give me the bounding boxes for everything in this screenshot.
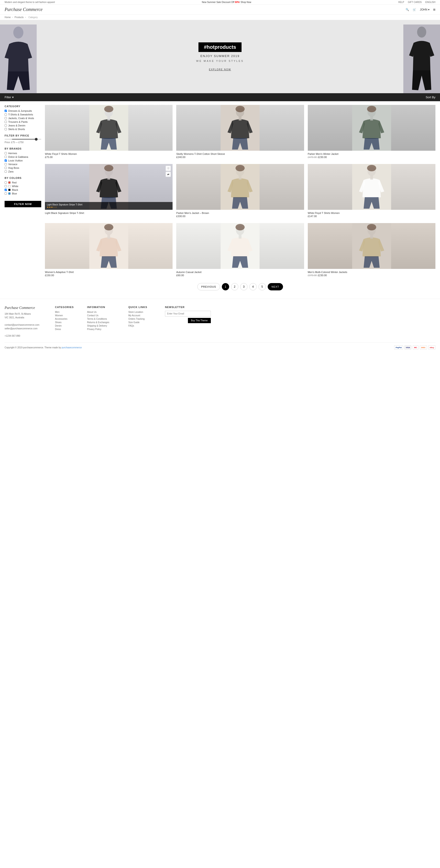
filter-button[interactable]: Filter ▾ (5, 95, 14, 99)
product-card[interactable]: White Floyd T Shirts Women £75.00 (45, 105, 173, 160)
brands-filter: BY BRANDS Hermes Dolce & Gabbana Louis V… (5, 147, 41, 173)
sidebar-category-item[interactable]: T-Shirts & Sweatshirts (5, 113, 41, 116)
footer-category-link[interactable]: Dress (55, 328, 83, 331)
product-info: White Floyd T Shirts Women £75.00 (45, 151, 173, 160)
footer-info-link[interactable]: Contact Us (87, 314, 124, 317)
page-number-button[interactable]: 2 (231, 283, 238, 290)
top-bar-left: Modern and elegant theme to sell fashion… (5, 1, 55, 3)
product-price: £240.00 (176, 156, 304, 158)
footer-info-link[interactable]: About Us (87, 311, 124, 313)
product-price: £370.00£230.00 (308, 274, 435, 277)
ebay-icon: eBay (428, 345, 435, 349)
sidebar-category-item[interactable]: Dresses & Jumpsuits (5, 110, 41, 112)
gift-cards-link[interactable]: GIFT CARDS (408, 1, 422, 3)
product-image (176, 105, 304, 151)
svg-rect-33 (239, 235, 241, 239)
product-price: £75.00 (45, 156, 173, 158)
product-image (308, 105, 435, 151)
footer-category-link[interactable]: Shoes (55, 321, 83, 323)
svg-point-8 (236, 106, 245, 112)
theme-author-link[interactable]: purchasecommerce (62, 346, 82, 349)
sidebar-brand-item[interactable]: Dolce & Gabbana (5, 156, 41, 158)
sidebar-brand-item[interactable]: Hug Boss (5, 166, 41, 169)
breadcrumb-products[interactable]: Products (15, 16, 24, 19)
copyright-text: Copyright © 2019 purchasecommerce. Theme… (5, 346, 82, 349)
product-card[interactable]: Men's Multi-Colored Winter Jackets £370.… (308, 223, 435, 278)
footer-category-link[interactable]: Denim (55, 324, 83, 327)
next-page-button[interactable]: NEXT (268, 283, 283, 290)
product-name: White Floyd T Shirts Women (308, 212, 435, 214)
svg-rect-9 (239, 116, 241, 121)
header-icons: 🔍 🛒 JOHN ▾ ⊞ (406, 8, 435, 11)
page-number-button[interactable]: 5 (259, 283, 266, 290)
footer-info-link[interactable]: Privacy Policy (87, 328, 124, 331)
footer-category-link[interactable]: Accessories (55, 318, 83, 320)
page-number-button[interactable]: 4 (250, 283, 257, 290)
compare-icon[interactable]: ⊞ (433, 8, 435, 11)
sidebar-brand-item[interactable]: Louis Vuitton (5, 159, 41, 162)
footer-category-link[interactable]: Men (55, 311, 83, 313)
sort-by-label[interactable]: Sort By (426, 95, 435, 99)
svg-rect-5 (108, 116, 110, 121)
product-card[interactable]: ♡ ⇄ Light Black Signature Stripe T-Shirt… (45, 164, 173, 219)
sidebar-color-item[interactable]: White (5, 185, 41, 188)
compare-button[interactable]: ⇄ (166, 172, 171, 177)
product-card[interactable]: Parker Men's Winter Jacket £470.00£230.0… (308, 105, 435, 160)
footer-grid: Purchase Commerce 184 Main Rd R, St Alba… (5, 306, 435, 338)
svg-point-32 (236, 224, 245, 230)
sidebar-brand-item[interactable]: Hermes (5, 152, 41, 155)
svg-rect-37 (370, 235, 373, 239)
svg-point-12 (367, 106, 376, 112)
product-info: White Floyd T Shirts Women £147.00 (308, 210, 435, 219)
page-number-button[interactable]: 1 (222, 283, 229, 290)
explore-now-button[interactable]: EXPLORE NOW (209, 68, 231, 71)
product-card[interactable]: Parker Men's Jacket – Brown £330.00 (176, 164, 304, 219)
language-selector[interactable]: ENGLISH (426, 1, 435, 3)
filter-now-button[interactable]: FILTER NOW (5, 201, 41, 207)
newsletter-subscribe-button[interactable]: Buy This Theme (188, 318, 211, 323)
product-card[interactable]: Skelly Womens T-Shirt Cotton Short Sleev… (176, 105, 304, 160)
footer-newsletter: NEWSLETTER Buy This Theme (165, 306, 211, 338)
footer-quick-link[interactable]: Size Guide (128, 321, 160, 323)
page-number-button[interactable]: 3 (240, 283, 247, 290)
product-card[interactable]: Autumn Casual Jacket £60.00 (176, 223, 304, 278)
sidebar-brand-item[interactable]: Zara (5, 170, 41, 173)
breadcrumb-home[interactable]: Home (5, 16, 11, 19)
svg-rect-25 (370, 176, 373, 180)
paypal-icon: PayPal (394, 345, 403, 349)
sidebar-category-item[interactable]: Jeans & Denim (5, 124, 41, 127)
footer-info-link[interactable]: Terms & Conditions (87, 318, 124, 320)
wishlist-button[interactable]: ♡ (166, 166, 171, 171)
product-name: Autumn Casual Jacket (176, 271, 304, 274)
sidebar-category-item[interactable]: Jackets, Coats & Vests (5, 117, 41, 120)
footer-quick-link[interactable]: FAQs (128, 324, 160, 327)
hero-sub1: ENJOY SUMMER 2019 (196, 54, 244, 58)
product-card[interactable]: Women's Adaptive T-Shirt £150.00 (45, 223, 173, 278)
footer-quick-link[interactable]: My Account (128, 314, 160, 317)
footer-info-link[interactable]: Returns & Exchanges (87, 321, 124, 323)
sidebar-color-item[interactable]: Black (5, 188, 41, 191)
product-info: Parker Men's Jacket – Brown £330.00 (176, 210, 304, 219)
footer-quick-link[interactable]: Orders Tracking (128, 318, 160, 320)
price-filter: FILTER BY PRICE Price: £75 — £750 (5, 134, 41, 144)
sidebar-category-item[interactable]: Skirts & Shorts (5, 128, 41, 130)
sidebar-color-item[interactable]: Blue (5, 192, 41, 195)
cart-icon[interactable]: 🛒 (413, 8, 416, 11)
svg-rect-17 (108, 176, 110, 180)
search-icon[interactable]: 🔍 (406, 8, 409, 11)
footer-quick-link[interactable]: Store Location (128, 311, 160, 313)
newsletter-email-input[interactable] (165, 311, 211, 316)
sidebar-brand-item[interactable]: Versace (5, 163, 41, 165)
site-logo[interactable]: Purchase Commerce (5, 7, 42, 12)
footer-category-link[interactable]: Women (55, 314, 83, 317)
help-link[interactable]: HELP (398, 1, 404, 3)
sidebar-category-item[interactable]: Trousers & Pants (5, 121, 41, 123)
product-card[interactable]: White Floyd T Shirts Women £147.00 (308, 164, 435, 219)
sidebar-color-item[interactable]: Red (5, 181, 41, 184)
price-slider[interactable] (5, 139, 41, 140)
user-menu[interactable]: JOHN ▾ (420, 8, 430, 11)
prev-page-button[interactable]: PREVIOUS (197, 283, 220, 290)
category-filter: CATEGORY Dresses & Jumpsuits T-Shirts & … (5, 105, 41, 130)
footer-info-link[interactable]: Shipping & Delivery (87, 324, 124, 327)
brands-title: BY BRANDS (5, 147, 41, 150)
